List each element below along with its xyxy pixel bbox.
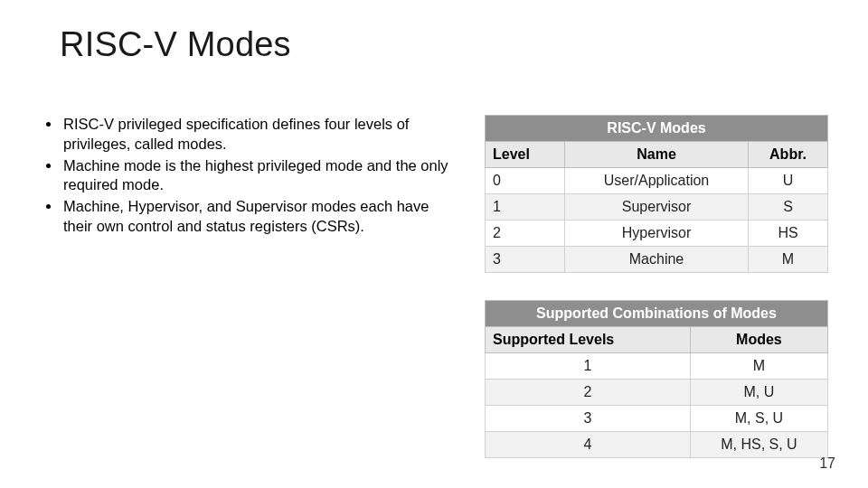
bullet-list: RISC-V privileged specification defines … bbox=[40, 115, 463, 458]
slide: RISC-V Modes RISC-V privileged specifica… bbox=[0, 0, 868, 488]
table-row: 1 M bbox=[486, 353, 828, 380]
table-cell: 1 bbox=[486, 194, 565, 221]
table-row: 2 M, U bbox=[486, 380, 828, 406]
table-cell: Supervisor bbox=[565, 194, 749, 221]
table-header: Supported Levels bbox=[486, 327, 691, 353]
table-cell: M, S, U bbox=[690, 406, 827, 432]
table-header: Name bbox=[565, 142, 749, 168]
table-header: Abbr. bbox=[748, 142, 827, 168]
table-cell: U bbox=[748, 168, 827, 194]
table-row: 1 Supervisor S bbox=[486, 194, 828, 221]
bullet-item: RISC-V privileged specification defines … bbox=[61, 115, 456, 155]
modes-table: RISC-V Modes Level Name Abbr. 0 User/App… bbox=[485, 115, 828, 273]
table-cell: Machine bbox=[565, 247, 749, 273]
table-cell: S bbox=[748, 194, 827, 221]
tables-column: RISC-V Modes Level Name Abbr. 0 User/App… bbox=[485, 115, 828, 458]
table-row: 4 M, HS, S, U bbox=[486, 432, 828, 458]
table-row: 0 User/Application U bbox=[486, 168, 828, 194]
table-cell: HS bbox=[748, 221, 827, 247]
table-cell: M bbox=[748, 247, 827, 273]
table-cell: 3 bbox=[486, 406, 691, 432]
table-cell: M, U bbox=[690, 380, 827, 406]
table-cell: 0 bbox=[486, 168, 565, 194]
table-caption: Supported Combinations of Modes bbox=[486, 301, 828, 327]
table-cell: 2 bbox=[486, 380, 691, 406]
table-cell: User/Application bbox=[565, 168, 749, 194]
table-header: Modes bbox=[690, 327, 827, 353]
page-number: 17 bbox=[819, 455, 835, 472]
slide-title: RISC-V Modes bbox=[40, 25, 828, 64]
table-row: 2 Hypervisor HS bbox=[486, 221, 828, 247]
content-row: RISC-V privileged specification defines … bbox=[40, 115, 828, 458]
table-cell: M, HS, S, U bbox=[690, 432, 827, 458]
table-row: 3 M, S, U bbox=[486, 406, 828, 432]
table-caption: RISC-V Modes bbox=[486, 116, 828, 142]
table-cell: 4 bbox=[486, 432, 691, 458]
table-header: Level bbox=[486, 142, 565, 168]
table-cell: 3 bbox=[486, 247, 565, 273]
table-cell: 2 bbox=[486, 221, 565, 247]
bullet-item: Machine mode is the highest privileged m… bbox=[61, 156, 456, 196]
table-row: 3 Machine M bbox=[486, 247, 828, 273]
table-cell: Hypervisor bbox=[565, 221, 749, 247]
combinations-table: Supported Combinations of Modes Supporte… bbox=[485, 300, 828, 458]
table-cell: 1 bbox=[486, 353, 691, 380]
table-cell: M bbox=[690, 353, 827, 380]
bullet-item: Machine, Hypervisor, and Supervisor mode… bbox=[61, 197, 456, 237]
